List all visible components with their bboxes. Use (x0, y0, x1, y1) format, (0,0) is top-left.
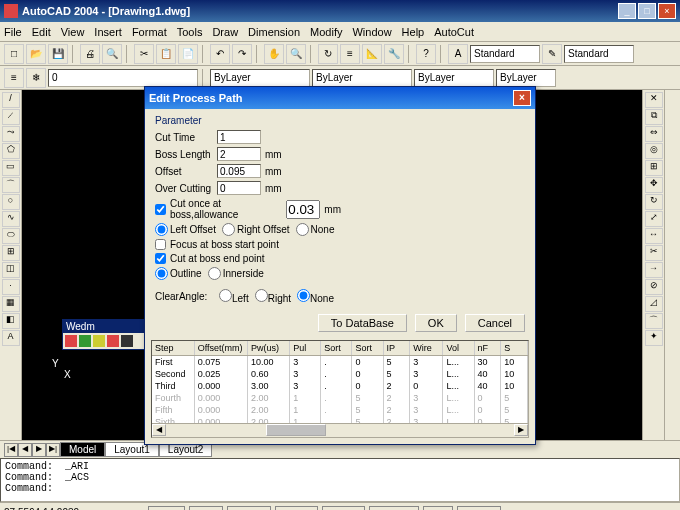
redo-button[interactable]: ↷ (232, 44, 252, 64)
menu-view[interactable]: View (61, 26, 85, 38)
chamfer-tool[interactable]: ◿ (645, 296, 663, 312)
copy-tool[interactable]: ⧉ (645, 109, 663, 125)
tab-model[interactable]: Model (60, 442, 105, 457)
menu-insert[interactable]: Insert (94, 26, 122, 38)
menu-window[interactable]: Window (352, 26, 391, 38)
layer-dropdown[interactable] (48, 69, 198, 87)
props-button[interactable]: ≡ (340, 44, 360, 64)
command-window[interactable]: Command: _ARI Command: _ACS Command: (0, 458, 680, 502)
menu-autocut[interactable]: AutoCut (434, 26, 474, 38)
table-header[interactable]: Pw(us) (248, 341, 290, 355)
rotate-tool[interactable]: ↻ (645, 194, 663, 210)
scroll-thumb[interactable] (266, 424, 326, 436)
save-button[interactable]: 💾 (48, 44, 68, 64)
table-header[interactable]: S (501, 341, 528, 355)
clearangle-none-radio[interactable] (297, 289, 310, 302)
wedm-btn-2[interactable] (79, 335, 91, 347)
table-row[interactable]: Fourth0.0002.001.523L...05 (152, 392, 528, 404)
outline-radio[interactable] (155, 267, 168, 280)
textstyle-icon[interactable]: ✎ (542, 44, 562, 64)
tab-nav-first[interactable]: |◀ (4, 443, 18, 457)
dimstyle-dropdown[interactable] (470, 45, 540, 63)
open-button[interactable]: 📂 (26, 44, 46, 64)
stretch-tool[interactable]: ↔ (645, 228, 663, 244)
cut-boss-endpoint-checkbox[interactable] (155, 253, 166, 264)
menu-dimension[interactable]: Dimension (248, 26, 300, 38)
wedm-toolbar[interactable]: Wedm× (62, 319, 157, 350)
table-header[interactable]: Wire (410, 341, 443, 355)
close-button[interactable]: × (658, 3, 676, 19)
mirror-tool[interactable]: ⇔ (645, 126, 663, 142)
ok-button[interactable]: OK (415, 314, 457, 332)
grid-toggle[interactable]: GRID (189, 506, 224, 511)
overcutting-input[interactable] (217, 181, 261, 195)
undo-button[interactable]: ↶ (210, 44, 230, 64)
snap-toggle[interactable]: SNAP (148, 506, 185, 511)
plotstyle-dropdown[interactable] (496, 69, 556, 87)
pline-tool[interactable]: ⤳ (2, 126, 20, 142)
cut-button[interactable]: ✂ (134, 44, 154, 64)
boss-length-input[interactable] (217, 147, 261, 161)
menu-draw[interactable]: Draw (212, 26, 238, 38)
xline-tool[interactable]: ⟋ (2, 109, 20, 125)
polar-toggle[interactable]: POLAR (275, 506, 318, 511)
trim-tool[interactable]: ✂ (645, 245, 663, 261)
focus-boss-start-checkbox[interactable] (155, 239, 166, 250)
extend-tool[interactable]: → (645, 262, 663, 278)
paste-button[interactable]: 📄 (178, 44, 198, 64)
table-header[interactable]: Offset(mm) (194, 341, 247, 355)
copy-button[interactable]: 📋 (156, 44, 176, 64)
left-offset-radio[interactable] (155, 223, 168, 236)
table-header[interactable]: Sort (321, 341, 352, 355)
help-button[interactable]: ? (416, 44, 436, 64)
lwt-toggle[interactable]: LWT (423, 506, 453, 511)
minimize-button[interactable]: _ (618, 3, 636, 19)
clearangle-right-radio[interactable] (255, 289, 268, 302)
innerside-radio[interactable] (208, 267, 221, 280)
none-offset-radio[interactable] (296, 223, 309, 236)
region-tool[interactable]: ◧ (2, 313, 20, 329)
arc-tool[interactable]: ⌒ (2, 177, 20, 193)
scroll-right-button[interactable]: ▶ (514, 424, 528, 436)
scale-tool[interactable]: ⤢ (645, 211, 663, 227)
menu-help[interactable]: Help (402, 26, 425, 38)
explode-tool[interactable]: ✦ (645, 330, 663, 346)
fillet-tool[interactable]: ⌒ (645, 313, 663, 329)
tab-nav-next[interactable]: ▶ (32, 443, 46, 457)
linetype-dropdown[interactable] (312, 69, 412, 87)
wedm-btn-1[interactable] (65, 335, 77, 347)
menu-tools[interactable]: Tools (177, 26, 203, 38)
color-dropdown[interactable] (210, 69, 310, 87)
insert-tool[interactable]: ⊞ (2, 245, 20, 261)
model-toggle[interactable]: MODEL (457, 506, 501, 511)
clearangle-left-radio[interactable] (219, 289, 232, 302)
tool-button[interactable]: 🔧 (384, 44, 404, 64)
circle-tool[interactable]: ○ (2, 194, 20, 210)
layer-mgr-button[interactable]: ≡ (4, 68, 24, 88)
zoom-button[interactable]: 🔍 (286, 44, 306, 64)
hatch-tool[interactable]: ▦ (2, 296, 20, 312)
table-header[interactable]: IP (383, 341, 410, 355)
line-tool[interactable]: / (2, 92, 20, 108)
scroll-left-button[interactable]: ◀ (152, 424, 166, 436)
cutonce-input[interactable] (286, 200, 320, 219)
move-tool[interactable]: ✥ (645, 177, 663, 193)
lineweight-dropdown[interactable] (414, 69, 494, 87)
dimstyle-icon[interactable]: A (448, 44, 468, 64)
polygon-tool[interactable]: ⬠ (2, 143, 20, 159)
rect-tool[interactable]: ▭ (2, 160, 20, 176)
offset-tool[interactable]: ◎ (645, 143, 663, 159)
dc-button[interactable]: 📐 (362, 44, 382, 64)
print-button[interactable]: 🖨 (80, 44, 100, 64)
ellipse-tool[interactable]: ⬭ (2, 228, 20, 244)
dialog-close-button[interactable]: × (513, 90, 531, 106)
table-header[interactable]: Vol (443, 341, 474, 355)
text-tool[interactable]: A (2, 330, 20, 346)
offset-input[interactable] (217, 164, 261, 178)
table-hscrollbar[interactable]: ◀ ▶ (152, 423, 528, 437)
otrack-toggle[interactable]: OTRACK (369, 506, 419, 511)
to-database-button[interactable]: To DataBase (318, 314, 407, 332)
wedm-btn-5[interactable] (121, 335, 133, 347)
table-header[interactable]: Step (152, 341, 194, 355)
pan-button[interactable]: ✋ (264, 44, 284, 64)
